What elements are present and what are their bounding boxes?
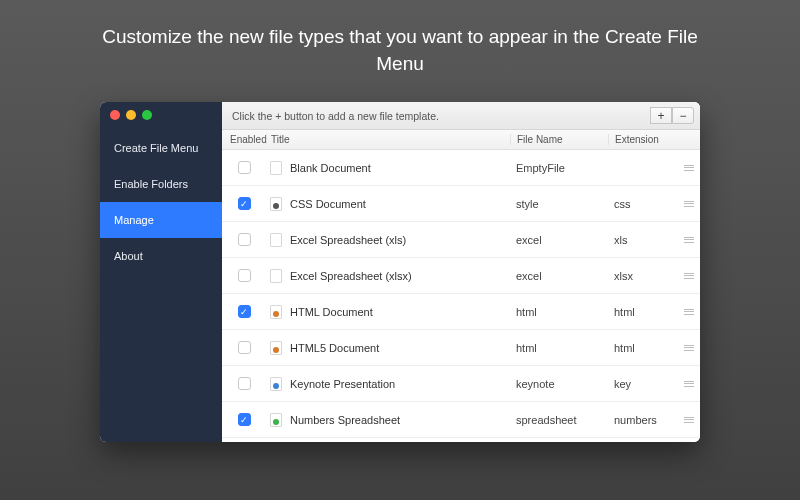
enabled-checkbox[interactable]: ✓ [238,305,251,318]
table-row[interactable]: Blank DocumentEmptyFile [222,150,700,186]
row-filename: excel [510,234,608,246]
reorder-handle-icon[interactable] [678,381,700,387]
row-title: Keynote Presentation [290,378,395,390]
header-extension[interactable]: Extension [608,134,678,145]
enabled-checkbox[interactable] [238,377,251,390]
reorder-handle-icon[interactable] [678,237,700,243]
row-filename: EmptyFile [510,162,608,174]
enabled-checkbox[interactable] [238,161,251,174]
file-type-icon [270,341,282,355]
file-type-icon [270,233,282,247]
file-type-icon [270,197,282,211]
reorder-handle-icon[interactable] [678,345,700,351]
row-title: Blank Document [290,162,371,174]
row-filename: excel [510,270,608,282]
table-row[interactable]: HTML5 Documenthtmlhtml [222,330,700,366]
row-title: Excel Spreadsheet (xls) [290,234,406,246]
row-title: HTML Document [290,306,373,318]
close-window-button[interactable] [110,110,120,120]
reorder-handle-icon[interactable] [678,273,700,279]
toolbar-hint: Click the + button to add a new file tem… [232,110,439,122]
enabled-checkbox[interactable] [238,233,251,246]
file-type-icon [270,413,282,427]
header-enabled[interactable]: Enabled [222,134,266,145]
enabled-checkbox[interactable] [238,341,251,354]
table-header: Enabled Title File Name Extension [222,130,700,150]
row-extension: numbers [608,414,678,426]
row-filename: keynote [510,378,608,390]
file-type-icon [270,161,282,175]
sidebar-item-enable-folders[interactable]: Enable Folders [100,166,222,202]
sidebar-item-manage[interactable]: Manage [100,202,222,238]
window-controls [100,102,222,130]
sidebar-item-create-file-menu[interactable]: Create File Menu [100,130,222,166]
toolbar: Click the + button to add a new file tem… [222,102,700,130]
header-title[interactable]: Title [266,134,510,145]
minimize-window-button[interactable] [126,110,136,120]
reorder-handle-icon[interactable] [678,417,700,423]
enabled-checkbox[interactable]: ✓ [238,413,251,426]
table-body: Blank DocumentEmptyFile✓CSS Documentstyl… [222,150,700,442]
row-filename: spreadsheet [510,414,608,426]
table-row[interactable]: ✓HTML Documenthtmlhtml [222,294,700,330]
row-extension: xlsx [608,270,678,282]
row-filename: html [510,342,608,354]
reorder-handle-icon[interactable] [678,165,700,171]
row-filename: style [510,198,608,210]
row-extension: html [608,306,678,318]
page-headline: Customize the new file types that you wa… [0,0,800,77]
row-title: Numbers Spreadsheet [290,414,400,426]
table-row[interactable]: Excel Spreadsheet (xls)excelxls [222,222,700,258]
app-window: Create File MenuEnable FoldersManageAbou… [100,102,700,442]
reorder-handle-icon[interactable] [678,309,700,315]
header-filename[interactable]: File Name [510,134,608,145]
file-type-icon [270,269,282,283]
row-title: HTML5 Document [290,342,379,354]
row-title: CSS Document [290,198,366,210]
file-type-icon [270,305,282,319]
main-panel: Click the + button to add a new file tem… [222,102,700,442]
reorder-handle-icon[interactable] [678,201,700,207]
row-extension: xls [608,234,678,246]
table-row[interactable]: Keynote Presentationkeynotekey [222,366,700,402]
table-row[interactable]: ✓Numbers Spreadsheetspreadsheetnumbers [222,402,700,438]
enabled-checkbox[interactable]: ✓ [238,197,251,210]
add-template-button[interactable]: + [650,107,672,124]
sidebar-nav: Create File MenuEnable FoldersManageAbou… [100,130,222,274]
table-row[interactable]: Excel Spreadsheet (xlsx)excelxlsx [222,258,700,294]
file-type-icon [270,377,282,391]
enabled-checkbox[interactable] [238,269,251,282]
row-extension: css [608,198,678,210]
sidebar: Create File MenuEnable FoldersManageAbou… [100,102,222,442]
row-filename: html [510,306,608,318]
table-row[interactable]: ✓CSS Documentstylecss [222,186,700,222]
sidebar-item-about[interactable]: About [100,238,222,274]
row-title: Excel Spreadsheet (xlsx) [290,270,412,282]
row-extension: html [608,342,678,354]
zoom-window-button[interactable] [142,110,152,120]
remove-template-button[interactable]: − [672,107,694,124]
row-extension: key [608,378,678,390]
